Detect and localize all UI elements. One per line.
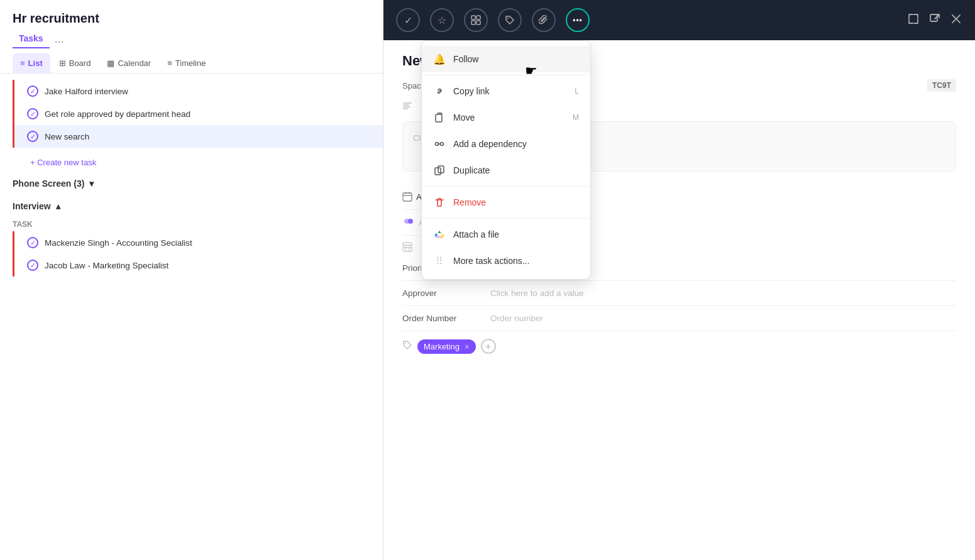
marketing-tag[interactable]: Marketing × — [417, 339, 476, 354]
menu-duplicate-label: Duplicate — [453, 165, 490, 175]
svg-point-4 — [507, 18, 509, 19]
menu-item-duplicate[interactable]: Duplicate — [422, 157, 590, 184]
dependency-icon — [433, 138, 446, 150]
task-label-i1: Jacob Law - Marketing Specialist — [45, 261, 168, 270]
menu-dependency-label: Add a dependency — [453, 139, 527, 149]
more-dots-icon[interactable]: ••• — [566, 8, 590, 32]
order-number-field[interactable]: Order Number Order number — [402, 306, 956, 331]
move-icon — [433, 111, 446, 124]
list-icon: ≡ — [20, 58, 25, 68]
task-check-0[interactable]: ✓ — [27, 85, 38, 97]
order-number-value[interactable]: Order number — [490, 314, 543, 323]
tasks-tab-label: Tasks — [19, 33, 43, 43]
right-topbar: ✓ ☆ ••• — [383, 0, 975, 40]
menu-attach-label: Attach a file — [453, 229, 499, 239]
close-icon[interactable] — [950, 13, 962, 28]
right-panel: ✓ ☆ ••• — [383, 0, 975, 560]
nav-tab-calendar[interactable]: ▦ Calendar — [99, 53, 158, 73]
approver-label: Approver — [402, 288, 490, 298]
task-row[interactable]: ✓ Jacob Law - Marketing Specialist — [14, 254, 383, 277]
task-id-badge: TC9T — [927, 79, 956, 92]
star-icon[interactable]: ☆ — [430, 8, 454, 32]
menu-follow-label: Follow — [453, 54, 478, 64]
svg-rect-6 — [436, 114, 442, 122]
board-icon: ⊞ — [59, 58, 66, 68]
phone-screen-section[interactable]: Phone Screen (3) ▾ — [0, 172, 383, 195]
tabs-row: Tasks ... — [13, 30, 370, 48]
menu-item-move[interactable]: Move M — [422, 104, 590, 131]
order-number-label: Order Number — [402, 314, 490, 323]
task-label-1: Get role approved by department head — [45, 109, 190, 119]
menu-copy-link-label: Copy link — [453, 86, 490, 96]
tasks-tab[interactable]: Tasks — [13, 30, 50, 48]
nav-tab-board[interactable]: ⊞ Board — [52, 53, 99, 73]
external-link-icon[interactable] — [928, 13, 941, 28]
table-icon — [402, 242, 412, 252]
tags-row: Marketing × + — [402, 331, 956, 361]
check-circle-icon[interactable]: ✓ — [396, 8, 420, 32]
menu-remove-label: Remove — [453, 197, 486, 207]
interview-label: Interview — [13, 201, 51, 211]
expand-icon[interactable] — [907, 13, 920, 28]
menu-more-actions-label: More task actions... — [453, 256, 529, 266]
menu-item-copy-link[interactable]: Copy link L — [422, 78, 590, 104]
approver-value[interactable]: Click here to add a value — [490, 288, 584, 298]
menu-item-follow[interactable]: 🔔 Follow — [422, 46, 590, 72]
menu-divider-2 — [422, 186, 590, 187]
tag-icon-field — [402, 340, 412, 353]
tag-icon[interactable] — [498, 8, 522, 32]
svg-rect-14 — [403, 243, 412, 251]
move-shortcut: M — [573, 113, 579, 122]
task-row[interactable]: ✓ Jake Halford interview — [14, 80, 383, 102]
paperclip-icon[interactable] — [532, 8, 556, 32]
calendar-icon: ▦ — [107, 58, 114, 68]
grid-icon[interactable] — [464, 8, 488, 32]
svg-rect-11 — [403, 193, 412, 201]
tab-more-button[interactable]: ... — [52, 33, 67, 46]
task-label-i0: Mackenzie Singh - Accounting Secialist — [45, 238, 192, 248]
chevron-up-icon: ▴ — [56, 201, 60, 211]
add-tag-button[interactable]: + — [481, 339, 496, 354]
left-header: Hr recruitment Tasks ... — [0, 0, 383, 48]
menu-item-remove[interactable]: Remove — [422, 189, 590, 216]
calendar-field-icon — [402, 192, 412, 202]
svg-rect-0 — [471, 16, 475, 19]
menu-item-dependency[interactable]: Add a dependency — [422, 131, 590, 157]
assignees-icon — [402, 217, 415, 228]
marketing-tag-label: Marketing — [424, 342, 460, 351]
create-task-button[interactable]: + Create new task — [0, 153, 383, 172]
duplicate-icon — [433, 164, 446, 177]
task-check-i1[interactable]: ✓ — [27, 260, 38, 271]
nav-tab-timeline[interactable]: ≡ Timeline — [160, 53, 213, 73]
timeline-icon: ≡ — [167, 58, 172, 68]
task-row[interactable]: ✓ Mackenzie Singh - Accounting Secialist — [14, 231, 383, 254]
topbar-icons: ✓ ☆ ••• — [396, 8, 590, 32]
copy-link-shortcut: L — [575, 87, 579, 96]
menu-move-label: Move — [453, 113, 475, 123]
nav-tab-list-label: List — [28, 58, 43, 68]
gdrive-icon — [433, 228, 446, 241]
approver-field[interactable]: Approver Click here to add a value — [402, 281, 956, 306]
task-row[interactable]: ✓ Get role approved by department head — [14, 102, 383, 125]
task-row-selected[interactable]: ✓ New search — [14, 125, 383, 148]
trash-icon — [433, 196, 446, 209]
bell-icon: 🔔 — [433, 53, 446, 65]
menu-item-more-actions[interactable]: ⠿ More task actions... — [422, 248, 590, 274]
task-check-i0[interactable]: ✓ — [27, 237, 38, 248]
interview-section[interactable]: Interview ▴ — [0, 195, 383, 217]
nav-tab-board-label: Board — [69, 58, 91, 68]
nav-tab-calendar-label: Calendar — [118, 58, 151, 68]
nav-tab-list[interactable]: ≡ List — [13, 53, 50, 73]
more-actions-icon: ⠿ — [433, 255, 446, 267]
chevron-down-icon: ▾ — [89, 178, 94, 189]
task-check-2[interactable]: ✓ — [27, 131, 38, 142]
interview-col-header: Task — [0, 217, 383, 231]
interview-tasks: ✓ Mackenzie Singh - Accounting Secialist… — [13, 231, 383, 277]
svg-point-13 — [408, 219, 413, 224]
task-check-1[interactable]: ✓ — [27, 108, 38, 119]
menu-divider-3 — [422, 218, 590, 219]
marketing-tag-remove[interactable]: × — [465, 342, 470, 351]
left-panel: Hr recruitment Tasks ... ≡ List ⊞ Board … — [0, 0, 383, 560]
svg-rect-3 — [476, 21, 480, 25]
menu-item-attach[interactable]: Attach a file — [422, 221, 590, 248]
